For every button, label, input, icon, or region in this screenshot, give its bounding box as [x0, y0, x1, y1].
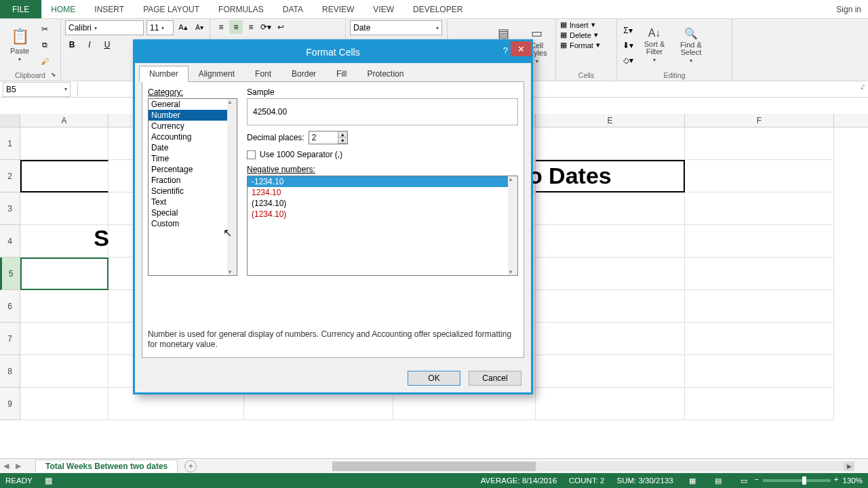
row-header[interactable]: 3: [0, 192, 20, 225]
cell[interactable]: [685, 225, 834, 258]
cell[interactable]: [20, 192, 108, 225]
col-header-F[interactable]: F: [685, 114, 834, 127]
clipboard-launcher[interactable]: ⬊: [51, 71, 59, 79]
file-tab[interactable]: FILE: [0, 0, 41, 18]
cell[interactable]: [685, 160, 834, 192]
increase-font-button[interactable]: A▴: [176, 20, 190, 34]
font-size-combo[interactable]: 11▾: [146, 20, 174, 35]
cell[interactable]: [20, 388, 108, 420]
negative-numbers-listbox[interactable]: -1234.101234.10(1234.10)(1234.10)▲▼: [247, 176, 518, 276]
spin-up[interactable]: ▲: [338, 131, 347, 138]
row-header[interactable]: 6: [0, 290, 20, 323]
scroll-up-icon[interactable]: ▲: [227, 99, 237, 105]
row-header[interactable]: 9: [0, 388, 20, 420]
cut-button[interactable]: ✂: [38, 22, 52, 36]
thousand-separator-checkbox[interactable]: [247, 150, 256, 159]
cell[interactable]: [685, 258, 834, 290]
format-painter-button[interactable]: 🖌: [38, 55, 52, 68]
scroll-down-icon[interactable]: ▼: [508, 269, 517, 275]
format-cells-button[interactable]: ▦Format ▾: [560, 41, 600, 49]
cell[interactable]: [685, 290, 834, 323]
row-header[interactable]: 5: [0, 258, 20, 290]
expand-formula-bar[interactable]: ˅: [862, 84, 865, 92]
sort-filter-button[interactable]: A↓ Sort & Filter▾: [637, 23, 671, 68]
cell[interactable]: [536, 258, 685, 290]
align-top-button[interactable]: ≡: [214, 20, 228, 34]
cell[interactable]: [685, 127, 834, 160]
align-bottom-button[interactable]: ≡: [244, 20, 258, 34]
copy-button[interactable]: ⧉: [38, 39, 52, 52]
number-format-combo[interactable]: Date▾: [350, 20, 442, 35]
cell[interactable]: [536, 127, 685, 160]
ribbon-tab-pagelayout[interactable]: PAGE LAYOUT: [134, 0, 209, 18]
paste-button[interactable]: 📋 Paste ▾: [4, 23, 35, 68]
category-item[interactable]: Percentage: [149, 164, 237, 175]
category-item[interactable]: Scientific: [149, 186, 237, 197]
ribbon-tab-data[interactable]: DATA: [273, 0, 313, 18]
cell[interactable]: [536, 225, 685, 258]
sheet-nav-next[interactable]: ▶: [12, 462, 24, 470]
cell[interactable]: [20, 160, 108, 192]
italic-button[interactable]: I: [83, 38, 96, 52]
cell[interactable]: [20, 355, 108, 388]
row-header[interactable]: 2: [0, 160, 20, 192]
insert-cells-button[interactable]: ▦Insert ▾: [560, 20, 595, 29]
category-item[interactable]: Accounting: [149, 131, 237, 142]
delete-cells-button[interactable]: ▦Delete ▾: [560, 30, 598, 39]
clear-button[interactable]: ◇▾: [621, 54, 635, 67]
cell[interactable]: [685, 192, 834, 225]
row-header[interactable]: 8: [0, 355, 20, 388]
decrease-font-button[interactable]: A▾: [193, 20, 206, 34]
ribbon-tab-formulas[interactable]: FORMULAS: [209, 0, 273, 18]
spin-down[interactable]: ▼: [338, 138, 347, 144]
dialog-close-button[interactable]: ✕: [511, 41, 531, 56]
dialog-tab-number[interactable]: Number: [139, 66, 189, 82]
ribbon-tab-insert[interactable]: INSERT: [85, 0, 134, 18]
cell[interactable]: [536, 355, 685, 388]
category-item[interactable]: Date: [149, 142, 237, 153]
negative-format-item[interactable]: (1234.10): [248, 209, 517, 220]
cell[interactable]: [20, 290, 108, 323]
sheet-nav-prev[interactable]: ◀: [0, 462, 12, 470]
negative-format-item[interactable]: -1234.10: [248, 176, 517, 187]
orientation-button[interactable]: ⟳▾: [259, 20, 273, 34]
hscroll-right[interactable]: ▶: [844, 462, 854, 471]
ok-button[interactable]: OK: [408, 371, 460, 386]
category-item[interactable]: Number: [149, 110, 237, 121]
select-all-corner[interactable]: [0, 114, 20, 127]
ribbon-tab-review[interactable]: REVIEW: [313, 0, 363, 18]
col-header-A[interactable]: A: [20, 114, 108, 127]
zoom-slider[interactable]: − +: [763, 479, 831, 482]
macro-record-icon[interactable]: ▦: [45, 476, 52, 485]
cell[interactable]: vo Dates: [536, 160, 685, 192]
col-header-E[interactable]: E: [536, 114, 685, 127]
category-item[interactable]: Fraction: [149, 175, 237, 186]
category-item[interactable]: Time: [149, 153, 237, 164]
row-header[interactable]: 7: [0, 323, 20, 355]
cell[interactable]: [536, 290, 685, 323]
view-pagelayout-button[interactable]: ▤: [711, 475, 725, 486]
bold-button[interactable]: B: [65, 38, 79, 52]
dialog-tab-alignment[interactable]: Alignment: [189, 66, 245, 82]
cell[interactable]: [20, 127, 108, 160]
cancel-button[interactable]: Cancel: [469, 371, 521, 386]
find-select-button[interactable]: 🔍 Find & Select▾: [674, 23, 708, 68]
underline-button[interactable]: U: [100, 38, 114, 52]
category-item[interactable]: General: [149, 99, 237, 110]
cell[interactable]: [536, 323, 685, 355]
row-header[interactable]: 1: [0, 127, 20, 160]
dialog-tab-border[interactable]: Border: [281, 66, 326, 82]
negative-format-item[interactable]: 1234.10: [248, 187, 517, 198]
ribbon-tab-home[interactable]: HOME: [41, 0, 85, 18]
zoom-percent[interactable]: 130%: [843, 476, 863, 485]
ribbon-tab-developer[interactable]: DEVELOPER: [403, 0, 472, 18]
category-listbox[interactable]: GeneralNumberCurrencyAccountingDateTimeP…: [148, 98, 237, 276]
cell[interactable]: [536, 192, 685, 225]
view-normal-button[interactable]: ▦: [686, 475, 699, 486]
cell[interactable]: [685, 323, 834, 355]
row-header[interactable]: 4: [0, 225, 20, 258]
view-pagebreak-button[interactable]: ▭: [737, 475, 751, 486]
category-item[interactable]: Special: [149, 207, 237, 218]
dialog-tab-fill[interactable]: Fill: [326, 66, 357, 82]
decimal-places-input[interactable]: 2 ▲▼: [309, 131, 348, 144]
